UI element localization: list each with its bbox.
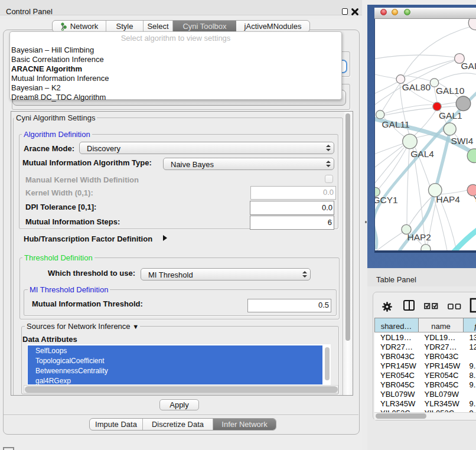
svg-text:GAL7: GAL7 bbox=[461, 61, 476, 71]
svg-text:HAP4: HAP4 bbox=[436, 194, 461, 204]
svg-text:GAL1: GAL1 bbox=[439, 110, 462, 120]
svg-text:GAL10: GAL10 bbox=[436, 86, 465, 96]
svg-text:GAL4: GAL4 bbox=[410, 149, 434, 159]
svg-text:HAP2: HAP2 bbox=[407, 232, 432, 242]
svg-text:GAL80: GAL80 bbox=[402, 82, 431, 92]
svg-text:GCY1: GCY1 bbox=[375, 195, 398, 205]
svg-text:SWI4: SWI4 bbox=[451, 136, 474, 146]
svg-text:Y: Y bbox=[474, 194, 476, 204]
svg-text:GAL11: GAL11 bbox=[382, 119, 410, 129]
